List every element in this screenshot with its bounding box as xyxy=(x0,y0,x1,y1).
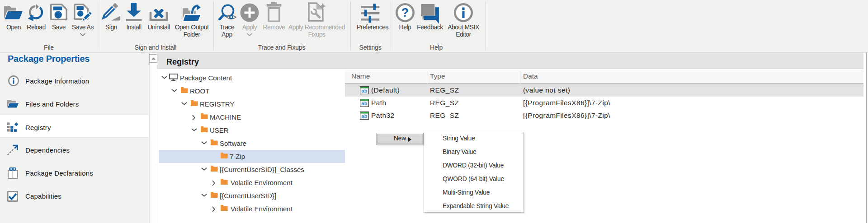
svg-text:ab: ab xyxy=(361,88,367,93)
svg-text:ab: ab xyxy=(361,113,367,118)
svg-text:?: ? xyxy=(401,6,409,19)
svg-text:ab: ab xyxy=(361,100,367,106)
